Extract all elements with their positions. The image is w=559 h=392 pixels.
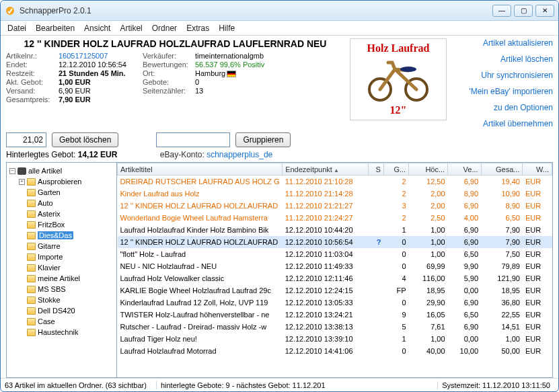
table-row[interactable]: Rutscher - Laufrad - Dreirad- massiv Hol… <box>118 321 552 333</box>
tree-item-label[interactable]: Gitarre <box>38 242 61 250</box>
cell-status <box>369 345 384 357</box>
folder-icon <box>27 275 36 282</box>
tree-item-label[interactable]: Dell DS420 <box>38 307 75 315</box>
status-count: 63 Artikel im aktuellen Ordner. (63 sich… <box>5 381 151 389</box>
cell-bids: FP <box>383 284 408 297</box>
cell-bids: 9 <box>383 309 408 321</box>
detail-label: Versand: <box>6 87 59 95</box>
action-link[interactable]: Artikel aktualisieren <box>452 38 553 48</box>
cell-total: 121,90 <box>481 272 523 284</box>
cell-endtime: 12.12.2010 13:38:13 <box>283 321 369 333</box>
status-time: Systemzeit: 11.12.2010 13:11:50 <box>437 381 554 389</box>
tree-item-label[interactable]: Auto <box>38 199 53 207</box>
table-row[interactable]: "flott" Holz - Laufrad12.12.2010 11:03:0… <box>118 248 552 260</box>
cell-status <box>369 212 384 224</box>
tree-root-label[interactable]: alle Artikel <box>28 167 62 175</box>
account-value[interactable]: schnapperplus_de <box>207 150 272 159</box>
maximize-button[interactable]: ▢ <box>514 5 533 17</box>
tree-item-label[interactable]: MS SBS <box>38 285 66 293</box>
folder-icon <box>27 210 36 218</box>
menu-ordner[interactable]: Ordner <box>152 24 177 33</box>
table-row[interactable]: Laufrad Holzlaufrad Motorrad12.12.2010 1… <box>118 345 552 357</box>
column-header[interactable]: G... <box>383 163 408 175</box>
action-link[interactable]: Artikel löschen <box>452 54 553 64</box>
column-header[interactable]: Endezeitpunkt▲ <box>283 163 369 175</box>
cell-endtime: 11.12.2010 21:24:27 <box>283 212 369 224</box>
tree-item-label[interactable]: Stokke <box>38 296 61 304</box>
table-row[interactable]: TWISTER Holz-Laufrad höhenverstellbar - … <box>118 309 552 321</box>
menu-bearbeiten[interactable]: Bearbeiten <box>36 24 75 33</box>
question-icon: ? <box>377 238 381 246</box>
table-row[interactable]: 12 '' KINDER HOLZ LAUFRAD HOLZLAUFRAD11.… <box>118 200 552 212</box>
action-link[interactable]: Uhr synchronisieren <box>452 71 553 80</box>
table-row[interactable]: Laufrad Holzlaufrad Kinder Holz Bambino … <box>118 224 552 236</box>
tree-item-label[interactable]: FritzBox <box>38 221 65 229</box>
column-header[interactable]: Ve... <box>448 163 481 175</box>
folder-tree[interactable]: −alle Artikel+AusprobierenGartenAutoAste… <box>7 163 117 377</box>
cell-high: 18,95 <box>409 284 448 297</box>
cell-title: 12 '' KINDER HOLZ LAUFRAD HOLZLAUFRAD <box>118 200 283 212</box>
column-header[interactable]: Artikeltitel <box>118 163 283 175</box>
action-link[interactable]: 'Mein eBay' importieren <box>452 87 553 96</box>
tree-item-label[interactable]: Importe <box>38 253 63 261</box>
group-button[interactable]: Gruppieren <box>235 132 291 147</box>
table-row[interactable]: NEU - NIC Holzlaufrad - NEU12.12.2010 11… <box>118 260 552 272</box>
table-row[interactable]: Kinder Laufrad aus Holz11.12.2010 21:14:… <box>118 188 552 200</box>
table-row[interactable]: 12 '' KINDER HOLZ LAUFRAD HOLZLAUFRAD12.… <box>118 236 552 248</box>
flag-de-icon <box>227 71 236 77</box>
table-row[interactable]: DREIRAD RUTSCHER LAUFRAD AUS HOLZ G11.12… <box>118 175 552 188</box>
tree-item-label[interactable]: Garten <box>38 188 61 196</box>
cell-currency: EUR <box>523 333 552 345</box>
group-input[interactable] <box>156 132 230 147</box>
action-link[interactable]: Artikel übernehmen <box>452 119 553 128</box>
tree-item-label[interactable]: Dies&Das <box>38 231 73 239</box>
cell-high: 1,00 <box>409 224 448 236</box>
detail-value: Hamburg <box>195 69 225 77</box>
bid-input[interactable] <box>6 132 46 147</box>
cell-currency: EUR <box>523 297 552 309</box>
tree-item-label[interactable]: Asterix <box>38 210 61 218</box>
delete-bid-button[interactable]: Gebot löschen <box>52 132 118 147</box>
column-header[interactable]: Gesa... <box>481 163 523 175</box>
cell-title: Laufrad Holz Velowalker classic <box>118 272 283 284</box>
cell-title: KARLIE Bogie Wheel Holzlaufrad Laufrad 2… <box>118 284 283 297</box>
cell-currency: EUR <box>523 188 552 200</box>
cell-total: 10,90 <box>481 188 523 200</box>
cell-currency: EUR <box>523 309 552 321</box>
tree-item-label[interactable]: meine Artikel <box>38 274 80 282</box>
table-row[interactable]: Wonderland Bogie Wheel Laufrad Hamsterra… <box>118 212 552 224</box>
menu-hilfe[interactable]: Hilfe <box>219 24 235 33</box>
item-grid[interactable]: ArtikeltitelEndezeitpunkt▲SG...Höc...Ve.… <box>117 163 552 377</box>
table-row[interactable]: Kinderlaufrad Laufrad 12 Zoll, Holz, UVP… <box>118 297 552 309</box>
table-row[interactable]: Laufrad Holz Velowalker classic12.12.201… <box>118 272 552 284</box>
action-link[interactable]: zu den Optionen <box>452 103 553 112</box>
cell-currency: EUR <box>523 284 552 297</box>
folder-icon <box>27 189 36 196</box>
close-button[interactable]: ✕ <box>535 5 554 17</box>
menu-ansicht[interactable]: Ansicht <box>84 24 110 33</box>
cell-high: 2,00 <box>409 200 448 212</box>
cell-status <box>369 321 384 333</box>
menu-extras[interactable]: Extras <box>186 24 209 33</box>
menu-artikel[interactable]: Artikel <box>120 24 142 33</box>
tree-item-label[interactable]: Case <box>38 317 55 325</box>
tree-item-label[interactable]: Klavier <box>38 264 61 272</box>
tree-item-label[interactable]: Ausprobieren <box>38 178 81 186</box>
expander-icon[interactable]: + <box>19 179 25 185</box>
stored-bid-value: 14,12 EUR <box>78 150 118 159</box>
tree-item-label[interactable]: Haustechnik <box>38 328 79 336</box>
minimize-button[interactable]: — <box>492 5 511 17</box>
column-header[interactable]: S <box>369 163 384 175</box>
folder-icon <box>27 178 36 186</box>
cell-status <box>369 309 384 321</box>
menu-datei[interactable]: Datei <box>7 24 26 33</box>
column-header[interactable]: W... <box>523 163 552 175</box>
expander-icon[interactable]: − <box>9 168 15 174</box>
table-row[interactable]: Laufrad Tiger Holz neu!12.12.2010 13:39:… <box>118 333 552 345</box>
detail-value[interactable]: 160517125007 <box>59 52 108 60</box>
column-header[interactable]: Höc... <box>409 163 448 175</box>
cell-bids: 2 <box>383 188 408 200</box>
folder-icon <box>27 221 36 229</box>
table-row[interactable]: KARLIE Bogie Wheel Holzlaufrad Laufrad 2… <box>118 284 552 297</box>
detail-value: 12.12.2010 10:56:54 <box>59 61 126 69</box>
